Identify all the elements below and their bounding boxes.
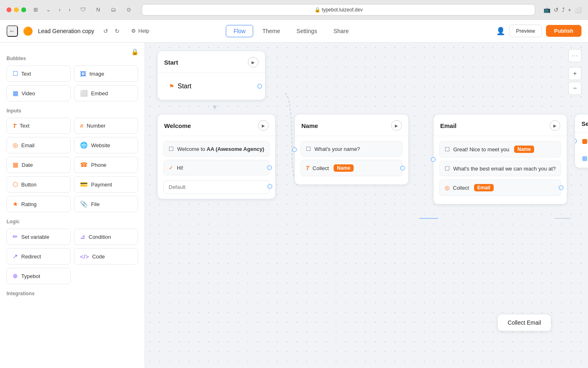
email-out-connector (559, 185, 564, 190)
zoom-in-button[interactable]: + (568, 67, 581, 80)
canvas-menu-button[interactable]: ··· (568, 49, 581, 62)
email-node-title: Email (440, 122, 457, 129)
tab-theme[interactable]: Theme (255, 25, 287, 37)
flow-canvas[interactable]: ··· + − Start ▶ ⚑ Start ▼ W (145, 43, 588, 368)
welcome-hi-text: Hi! (177, 165, 183, 171)
welcome-bubble-1: ☐ Welcome to AA (Awesome Agency) (163, 141, 270, 157)
new-tab-icon[interactable]: + (568, 7, 571, 13)
input-button-label: Button (21, 182, 37, 188)
app-header: ← 🟠 Lead Generation copy ↺ ↻ ⚙ Help Flow… (0, 20, 588, 43)
bubble-text-button[interactable]: ☐ Text (7, 65, 71, 82)
back-icon[interactable]: ‹ (56, 5, 63, 14)
ext-stack-icon: 🗂 (108, 5, 118, 14)
close-dot[interactable] (7, 7, 11, 12)
undo-redo-controls[interactable]: ↺ ↻ (101, 26, 122, 36)
chevron-down-icon[interactable]: ⌄ (44, 5, 53, 14)
bubble-video-button[interactable]: ▦ Video (7, 85, 71, 101)
logic-grid: ✏ Set variable ⊿ Condition ↗ Redirect </… (7, 229, 138, 284)
email-bubble-1: ☐ Great! Nice to meet you Name (439, 141, 561, 157)
logic-setvariable-label: Set variable (21, 234, 49, 240)
project-name-label: Lead Generation copy (38, 28, 94, 34)
name-tag: Name (334, 164, 354, 172)
email-in-connector (431, 157, 436, 162)
text-bubble-icon: ☐ (13, 70, 18, 77)
welcome-node-header: Welcome ▶ (158, 114, 275, 136)
logic-code-label: Code (92, 254, 105, 260)
help-icon: ⚙ (131, 28, 136, 34)
logic-redirect-icon: ↗ (13, 253, 18, 260)
tab-flow[interactable]: Flow (226, 25, 254, 37)
logic-condition-button[interactable]: ⊿ Condition (74, 229, 138, 245)
undo-button[interactable]: ↺ (101, 26, 111, 36)
se-node[interactable]: Se (575, 114, 588, 168)
bubble-embed-button[interactable]: ⬜ Embed (74, 85, 138, 101)
se-node-title: Se (581, 120, 588, 127)
logic-code-icon: </> (80, 253, 89, 260)
input-text-label: Text (20, 123, 29, 129)
zoom-out-button[interactable]: − (568, 82, 581, 95)
redo-button[interactable]: ↻ (112, 26, 122, 36)
logic-code-button[interactable]: </> Code (74, 248, 138, 265)
lock-icon[interactable]: 🔒 (131, 48, 139, 56)
minimize-dot[interactable] (14, 7, 19, 12)
bubble-image-button[interactable]: 🖼 Image (74, 65, 138, 82)
video-icon: ▦ (13, 90, 18, 97)
user-icon[interactable]: 👤 (496, 27, 505, 36)
refresh-icon[interactable]: ↺ (554, 7, 559, 13)
input-text-button[interactable]: T Text (7, 118, 71, 134)
logic-redirect-button[interactable]: ↗ Redirect (7, 248, 71, 265)
start-node-header: Start ▶ (158, 51, 265, 73)
back-button[interactable]: ← (7, 25, 18, 37)
bubble-video-label: Video (22, 90, 35, 96)
tab-settings[interactable]: Settings (289, 25, 325, 37)
forward-icon[interactable]: › (66, 5, 73, 14)
input-website-label: Website (91, 142, 110, 148)
email-node-play[interactable]: ▶ (550, 120, 560, 131)
input-date-button[interactable]: ▦ Date (7, 157, 71, 173)
start-node[interactable]: Start ▶ ⚑ Start (157, 51, 265, 100)
welcome-node-play[interactable]: ▶ (258, 120, 269, 131)
share-icon[interactable]: ⤴ (562, 7, 565, 13)
embed-icon: ⬜ (80, 90, 88, 97)
input-rating-button[interactable]: ★ Rating (7, 196, 71, 212)
input-website-button[interactable]: 🌐 Website (74, 137, 138, 153)
input-button-button[interactable]: ⬡ Button (7, 176, 71, 193)
tab-share[interactable]: Share (326, 25, 356, 37)
logic-typebot-button[interactable]: ⊕ Typebot (7, 268, 71, 284)
url-text: typebot.luizeof.dev (322, 7, 363, 13)
help-button[interactable]: ⚙ Help (127, 26, 154, 36)
cast-icon[interactable]: 📺 (543, 7, 550, 13)
input-payment-button[interactable]: 💳 Payment (74, 176, 138, 193)
start-node-body: ⚑ Start (158, 73, 265, 100)
window-icon[interactable]: ⬜ (575, 7, 581, 13)
welcome-node[interactable]: Welcome ▶ ☐ Welcome to AA (Awesome Agenc… (157, 114, 276, 199)
welcome-default-input[interactable] (163, 180, 270, 194)
input-email-button[interactable]: ◎ Email (7, 137, 71, 153)
window-controls[interactable] (7, 7, 26, 12)
welcome-node-title: Welcome (164, 122, 191, 129)
publish-button[interactable]: Publish (546, 25, 581, 37)
sidebar-toggle-icon[interactable]: ⊞ (31, 5, 40, 14)
address-bar[interactable]: 🔒 typebot.luizeof.dev (142, 4, 535, 16)
logic-setvariable-button[interactable]: ✏ Set variable (7, 229, 71, 245)
input-file-button[interactable]: 📎 File (74, 196, 138, 212)
name-node[interactable]: Name ▶ ☐ What's your name? T Collect Nam… (294, 114, 409, 185)
welcome-out-connector-2 (267, 184, 272, 189)
input-number-label: Number (87, 123, 105, 129)
preview-button[interactable]: Preview (509, 25, 542, 37)
maximize-dot[interactable] (21, 7, 26, 12)
logic-condition-icon: ⊿ (80, 233, 85, 240)
input-email-label: Email (21, 142, 35, 148)
email-name-tag: Name (514, 146, 534, 153)
collect-email-card: Collect Email (497, 314, 551, 331)
browser-right-icons[interactable]: 📺 ↺ ⤴ + ⬜ (543, 7, 581, 13)
browser-nav[interactable]: ⊞ ⌄ ‹ › (31, 5, 73, 14)
input-file-label: File (91, 201, 100, 207)
ext-ring-icon: ⊙ (124, 5, 134, 14)
start-node-play[interactable]: ▶ (248, 57, 258, 67)
input-number-button[interactable]: # Number (74, 118, 138, 134)
start-flag-icon: ⚑ (169, 83, 174, 90)
name-node-play[interactable]: ▶ (391, 120, 402, 131)
email-node[interactable]: Email ▶ ☐ Great! Nice to meet you Name ☐… (433, 114, 567, 204)
input-phone-button[interactable]: ☎ Phone (74, 157, 138, 173)
